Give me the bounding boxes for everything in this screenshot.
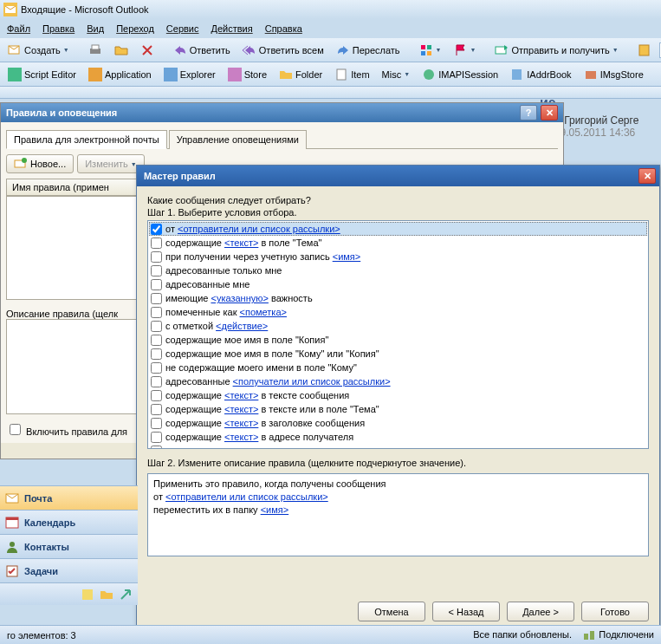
iaddrbook-button[interactable]: IAddrBook xyxy=(506,65,575,84)
mapisession-button[interactable]: IMAPISession xyxy=(418,65,502,84)
condition-value-link[interactable]: <текст> xyxy=(224,237,258,248)
flag-button[interactable]: ▼ xyxy=(450,41,481,60)
nav-tasks[interactable]: Задачи xyxy=(0,558,138,582)
menu-file[interactable]: Файл xyxy=(7,23,30,34)
condition-row[interactable]: имеющие <указанную> важность xyxy=(149,291,647,305)
tab-email-rules[interactable]: Правила для электронной почты xyxy=(6,130,167,149)
include-checkbox[interactable]: Включить правила для xyxy=(6,426,127,437)
menu-view[interactable]: Вид xyxy=(87,23,104,34)
condition-row[interactable]: содержащие <текст> в тексте сообщения xyxy=(149,388,647,402)
condition-value-link[interactable]: <получатели или список рассылки> xyxy=(233,376,391,387)
condition-checkbox[interactable] xyxy=(151,307,162,318)
condition-row[interactable]: содержащие мое имя в поле "Кому" или "Ко… xyxy=(149,347,647,361)
store-button[interactable]: Store xyxy=(224,65,271,84)
condition-row[interactable]: содержащие <текст> в тексте или в поле "… xyxy=(149,402,647,416)
condition-row[interactable]: адресованные <получатели или список расс… xyxy=(149,374,647,388)
delete-button[interactable] xyxy=(136,41,159,60)
menu-go[interactable]: Переход xyxy=(116,23,154,34)
statusbar: го элементов: 3 Все папки обновлены. Под… xyxy=(0,625,661,644)
forward-button[interactable]: Переслать xyxy=(332,41,405,60)
condition-row[interactable]: содержащие <текст> в заголовке сообщения xyxy=(149,416,647,430)
nav-mail[interactable]: Почта xyxy=(0,485,138,510)
new-rule-button[interactable]: Новое... xyxy=(6,154,74,173)
condition-checkbox[interactable] xyxy=(151,224,162,235)
sendrecv-button[interactable]: Отправить и получить▼ xyxy=(490,41,622,60)
condition-value-link[interactable]: <пометка> xyxy=(240,307,287,317)
condition-checkbox[interactable] xyxy=(151,279,162,290)
categorize-button[interactable]: ▼ xyxy=(415,41,446,60)
condition-checkbox[interactable] xyxy=(151,293,162,304)
condition-checkbox[interactable] xyxy=(151,362,162,374)
condition-checkbox[interactable] xyxy=(151,321,162,332)
folder-button[interactable]: Folder xyxy=(275,65,327,84)
condition-checkbox[interactable] xyxy=(151,348,162,360)
close-button[interactable]: ✕ xyxy=(541,105,558,120)
shortcuts-icon[interactable] xyxy=(119,588,133,602)
condition-checkbox[interactable] xyxy=(151,446,162,449)
menu-edit[interactable]: Правка xyxy=(42,23,75,34)
condition-checkbox[interactable] xyxy=(151,265,162,276)
condition-value-link[interactable]: <текст> xyxy=(224,446,258,449)
folder-link[interactable]: <имя> xyxy=(261,504,289,515)
item-button[interactable]: Item xyxy=(330,65,373,84)
condition-row[interactable]: содержащие <текст> в адресе получателя xyxy=(149,430,647,444)
notes-icon[interactable] xyxy=(81,588,94,602)
condition-checkbox[interactable] xyxy=(151,237,162,249)
menu-actions[interactable]: Действия xyxy=(211,23,253,34)
script-editor-button[interactable]: Script Editor xyxy=(3,65,81,84)
explorer-button[interactable]: Explorer xyxy=(159,65,220,84)
condition-checkbox[interactable] xyxy=(151,418,162,429)
delete-icon xyxy=(140,43,154,57)
conditions-list[interactable]: от <отправители или список рассылки>соде… xyxy=(147,220,649,449)
condition-checkbox[interactable] xyxy=(151,376,162,387)
application-button[interactable]: Application xyxy=(84,65,156,84)
change-rule-button[interactable]: Изменить ▼ xyxy=(77,154,145,173)
condition-row[interactable]: адресованные мне xyxy=(149,277,647,291)
condition-row[interactable]: помеченные как <пометка> xyxy=(149,305,647,319)
finish-button[interactable]: Готово xyxy=(581,602,649,621)
sender-link[interactable]: <отправители или список рассылки> xyxy=(165,491,328,502)
next-button[interactable]: Далее > xyxy=(507,602,574,621)
new-rule-icon xyxy=(14,157,28,171)
condition-value-link[interactable]: <действие> xyxy=(216,321,268,331)
reply-button[interactable]: Ответить xyxy=(169,41,235,60)
condition-row[interactable]: от <отправители или список рассылки> xyxy=(149,222,647,236)
condition-value-link[interactable]: <указанную> xyxy=(211,293,268,303)
condition-checkbox[interactable] xyxy=(151,390,162,401)
condition-row[interactable]: не содержащие моего имени в поле "Кому" xyxy=(149,361,647,374)
help-button[interactable]: ? xyxy=(520,105,537,120)
condition-value-link[interactable]: <текст> xyxy=(224,418,258,428)
condition-text: содержащие <текст> в тексте или в поле "… xyxy=(165,403,379,415)
condition-value-link[interactable]: <имя> xyxy=(333,251,361,262)
condition-value-link[interactable]: <текст> xyxy=(224,432,258,442)
condition-checkbox[interactable] xyxy=(151,251,162,263)
tab-manage-alerts[interactable]: Управление оповещениями xyxy=(169,130,307,149)
condition-checkbox[interactable] xyxy=(151,404,162,415)
menu-help[interactable]: Справка xyxy=(265,23,302,34)
condition-checkbox[interactable] xyxy=(151,432,162,443)
addressbook-button[interactable] xyxy=(633,41,656,60)
condition-row[interactable]: с отметкой <действие> xyxy=(149,319,647,333)
print-button[interactable] xyxy=(84,41,107,60)
move-button[interactable] xyxy=(110,41,133,60)
condition-row[interactable]: содержащие мое имя в поле "Копия" xyxy=(149,333,647,347)
condition-value-link[interactable]: <отправители или список рассылки> xyxy=(178,224,340,234)
condition-row[interactable]: содержащие <текст> в адресе отправителя xyxy=(149,444,647,449)
back-button[interactable]: < Назад xyxy=(432,602,500,621)
nav-contacts[interactable]: Контакты xyxy=(0,534,138,558)
imsgstore-button[interactable]: IMsgStore xyxy=(580,65,648,84)
misc-button[interactable]: Misc▼ xyxy=(378,67,415,82)
condition-row[interactable]: адресованные только мне xyxy=(149,263,647,277)
condition-row[interactable]: при получении через учетную запись <имя> xyxy=(149,250,647,263)
replyall-button[interactable]: Ответить всем xyxy=(238,41,328,60)
create-button[interactable]: Создать ▼ xyxy=(3,41,74,60)
condition-value-link[interactable]: <текст> xyxy=(224,404,258,414)
condition-checkbox[interactable] xyxy=(151,335,162,346)
condition-value-link[interactable]: <текст> xyxy=(224,390,258,400)
menu-tools[interactable]: Сервис xyxy=(166,23,199,34)
folderlist-icon[interactable] xyxy=(100,588,113,602)
cancel-button[interactable]: Отмена xyxy=(358,602,425,621)
close-button[interactable]: ✕ xyxy=(638,168,656,184)
nav-calendar[interactable]: Календарь xyxy=(0,510,138,534)
condition-row[interactable]: содержащие <текст> в поле "Тема" xyxy=(149,236,647,250)
